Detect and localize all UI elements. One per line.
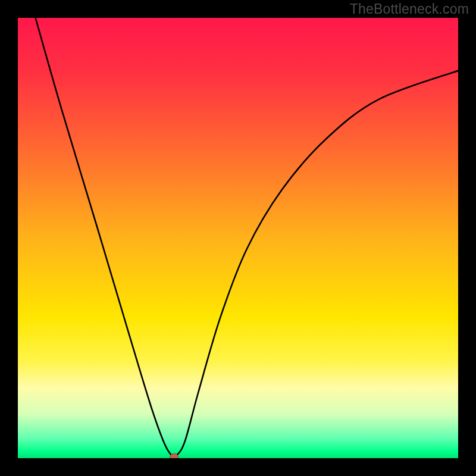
gradient-rect	[18, 18, 458, 458]
minimum-marker	[170, 453, 178, 458]
chart-frame: TheBottleneck.com	[0, 0, 476, 476]
bottleneck-chart	[18, 18, 458, 458]
watermark-text: TheBottleneck.com	[350, 1, 469, 17]
